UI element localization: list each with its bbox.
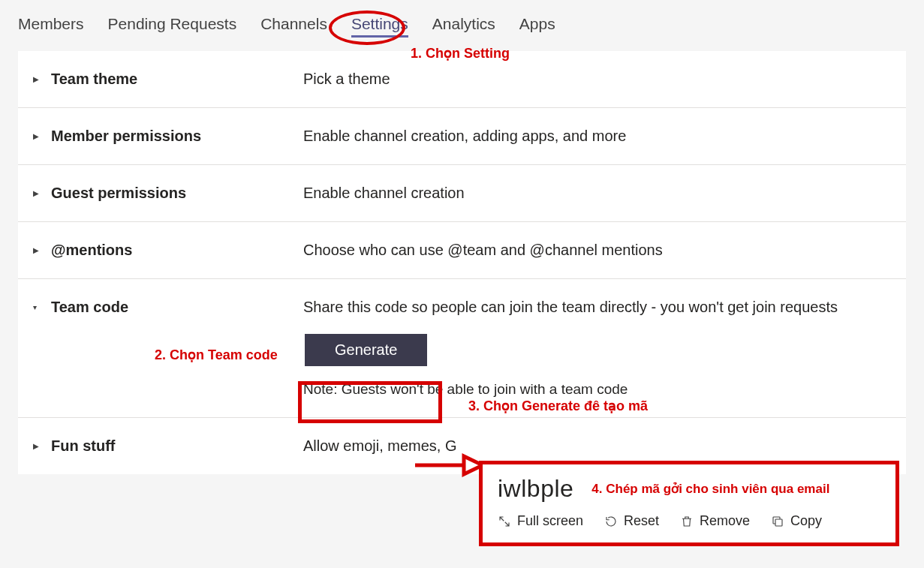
section-title: Member permissions — [51, 128, 201, 145]
section-guest-permissions[interactable]: ▶ Guest permissions Enable channel creat… — [18, 165, 906, 222]
chevron-down-icon: ▾ — [33, 303, 41, 311]
section-title: Team code — [51, 299, 128, 316]
tab-channels[interactable]: Channels — [260, 15, 327, 33]
section-member-permissions[interactable]: ▶ Member permissions Enable channel crea… — [18, 108, 906, 165]
team-code-note: Note: Guests won't be able to join with … — [303, 381, 838, 398]
team-code-popup: iwlbple 4. Chép mã gởi cho sinh viên qua… — [479, 461, 899, 546]
section-desc: Enable channel creation — [303, 185, 465, 202]
copy-icon — [771, 515, 784, 528]
section-team-code[interactable]: ▾ Team code Share this code so people ca… — [18, 279, 906, 418]
generate-button[interactable]: Generate — [303, 332, 429, 368]
section-desc: Allow emoji, memes, G — [303, 437, 457, 455]
section-team-theme[interactable]: ▶ Team theme Pick a theme — [18, 51, 906, 108]
section-desc: Enable channel creation, adding apps, an… — [303, 128, 626, 145]
chevron-right-icon: ▶ — [33, 442, 41, 450]
tab-analytics[interactable]: Analytics — [432, 15, 495, 33]
chevron-right-icon: ▶ — [33, 189, 41, 197]
trash-icon — [680, 515, 694, 528]
section-desc: Choose who can use @team and @channel me… — [303, 242, 663, 259]
section-desc: Share this code so people can join the t… — [303, 299, 838, 316]
reset-button[interactable]: Reset — [604, 513, 659, 529]
annotation-step4: 4. Chép mã gởi cho sinh viên qua email — [591, 481, 829, 497]
tab-members[interactable]: Members — [18, 15, 84, 33]
section-mentions[interactable]: ▶ @mentions Choose who can use @team and… — [18, 222, 906, 279]
chevron-right-icon: ▶ — [33, 246, 41, 254]
section-title: Fun stuff — [51, 437, 116, 455]
tab-settings[interactable]: Settings — [351, 15, 408, 33]
settings-panel: ▶ Team theme Pick a theme ▶ Member permi… — [18, 51, 906, 474]
fullscreen-button[interactable]: Full screen — [498, 513, 583, 529]
svg-rect-0 — [775, 519, 782, 526]
reset-icon — [604, 515, 618, 528]
tab-apps[interactable]: Apps — [519, 15, 555, 33]
team-code-value: iwlbple — [498, 475, 573, 503]
chevron-right-icon: ▶ — [33, 132, 41, 140]
section-title: Team theme — [51, 71, 137, 88]
tab-pending-requests[interactable]: Pending Requests — [108, 15, 237, 33]
copy-button[interactable]: Copy — [771, 513, 822, 529]
section-desc: Pick a theme — [303, 71, 390, 88]
tabs-bar: Members Pending Requests Channels Settin… — [0, 0, 924, 39]
fullscreen-icon — [498, 515, 511, 528]
section-title: Guest permissions — [51, 185, 186, 202]
chevron-right-icon: ▶ — [33, 75, 41, 83]
remove-button[interactable]: Remove — [680, 513, 750, 529]
section-title: @mentions — [51, 242, 132, 259]
